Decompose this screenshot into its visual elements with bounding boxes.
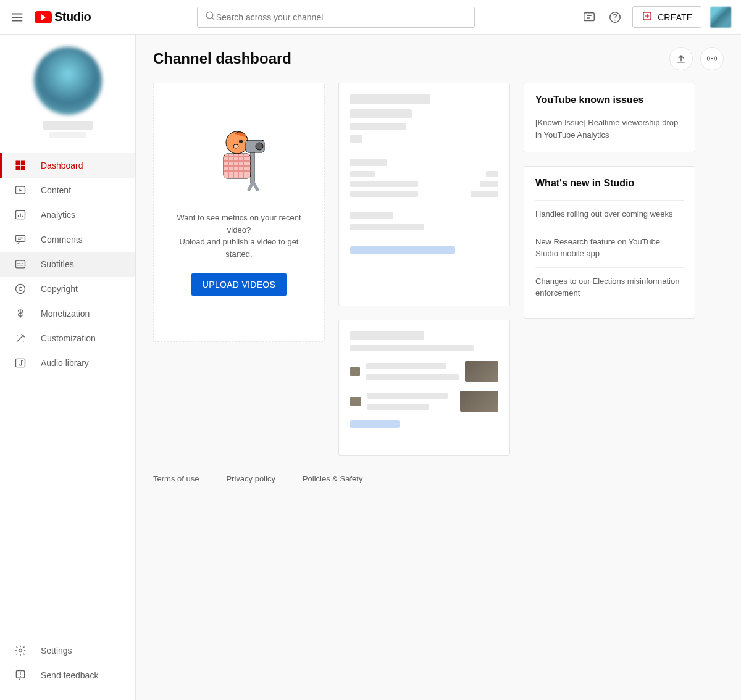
svg-point-13 — [16, 285, 25, 294]
sidebar-item-subtitles[interactable]: Subtitles — [0, 252, 135, 277]
footer-links: Terms of use Privacy policy Policies & S… — [153, 474, 724, 483]
sidebar-item-monetization[interactable]: Monetization — [0, 301, 135, 326]
svg-rect-12 — [16, 260, 25, 268]
app-body: Dashboard Content Analytics Comments — [0, 35, 741, 700]
svg-point-0 — [206, 12, 213, 19]
search-box[interactable] — [197, 7, 475, 28]
footer-privacy[interactable]: Privacy policy — [226, 474, 275, 483]
create-button[interactable]: CREATE — [632, 6, 701, 28]
column-1: Want to see metrics on your recent video… — [153, 83, 325, 342]
hamburger-menu-icon[interactable] — [10, 10, 25, 25]
svg-rect-1 — [584, 12, 595, 20]
footer-terms[interactable]: Terms of use — [153, 474, 199, 483]
upload-prompt-text: Want to see metrics on your recent video… — [165, 212, 313, 260]
create-label: CREATE — [658, 12, 692, 22]
channel-block[interactable] — [0, 35, 135, 153]
sidebar-item-label: Copyright — [41, 284, 78, 294]
svg-point-19 — [20, 676, 21, 677]
search-icon — [205, 10, 216, 24]
dashboard-icon — [14, 159, 27, 172]
svg-point-14 — [17, 335, 18, 336]
news-item[interactable]: Handles rolling out over coming weeks — [535, 200, 684, 228]
youtube-studio-logo[interactable]: Studio — [35, 10, 91, 24]
analytics-summary-card — [338, 83, 510, 306]
sidebar-item-feedback[interactable]: Send feedback — [0, 663, 135, 688]
sidebar-item-label: Send feedback — [41, 670, 98, 680]
svg-point-3 — [614, 19, 616, 20]
sidebar-item-dashboard[interactable]: Dashboard — [0, 153, 135, 178]
sidebar-item-comments[interactable]: Comments — [0, 227, 135, 252]
sidebar-item-label: Analytics — [41, 210, 75, 220]
sidebar-item-settings[interactable]: Settings — [0, 638, 135, 663]
subtitles-icon — [14, 257, 27, 271]
svg-rect-7 — [16, 166, 20, 170]
news-item[interactable]: Changes to our Elections misinformation … — [535, 267, 684, 307]
audio-library-icon — [14, 356, 27, 370]
page-actions — [669, 47, 724, 70]
upload-videos-button[interactable]: UPLOAD VIDEOS — [191, 273, 287, 296]
sidebar-item-label: Content — [41, 185, 71, 195]
svg-rect-11 — [16, 235, 25, 241]
logo-text: Studio — [54, 10, 91, 24]
news-item[interactable]: New Research feature on YouTube Studio m… — [535, 228, 684, 267]
svg-rect-5 — [16, 161, 20, 165]
youtube-play-icon — [35, 11, 52, 23]
go-live-button[interactable] — [700, 47, 724, 70]
nav-items: Dashboard Content Analytics Comments — [0, 153, 135, 638]
dashboard-columns: Want to see metrics on your recent video… — [153, 83, 724, 456]
sidebar-item-label: Subtitles — [41, 259, 74, 269]
sidebar-item-customization[interactable]: Customization — [0, 326, 135, 351]
app-header: Studio CREATE — [0, 0, 741, 35]
analytics-icon — [14, 208, 27, 222]
channel-name — [43, 121, 93, 130]
search-wrap — [91, 7, 580, 28]
svg-point-17 — [19, 649, 22, 652]
svg-rect-8 — [21, 166, 25, 170]
upload-shortcut-button[interactable] — [669, 47, 693, 70]
footer-policies[interactable]: Policies & Safety — [303, 474, 363, 483]
whats-new-title: What's new in Studio — [535, 178, 684, 189]
sidebar-item-label: Comments — [41, 235, 83, 244]
feedback-icon — [14, 669, 27, 682]
svg-point-15 — [23, 341, 24, 342]
svg-point-23 — [233, 144, 238, 148]
column-3: YouTube known issues [Known Issue] Realt… — [524, 83, 695, 319]
svg-rect-6 — [21, 161, 25, 165]
whats-new-card: What's new in Studio Handles rolling out… — [524, 166, 695, 319]
sidebar-item-label: Customization — [41, 333, 96, 343]
channel-avatar — [34, 47, 102, 115]
known-issue-link[interactable]: [Known Issue] Realtime viewership drop i… — [535, 117, 684, 141]
help-icon[interactable] — [606, 9, 624, 26]
header-right: CREATE — [580, 6, 731, 28]
create-icon — [642, 10, 653, 23]
content-icon — [14, 183, 27, 197]
sidebar-item-content[interactable]: Content — [0, 178, 135, 202]
sidebar-item-copyright[interactable]: Copyright — [0, 277, 135, 301]
page-title: Channel dashboard — [153, 50, 291, 67]
customization-icon — [14, 331, 27, 345]
recent-videos-card — [338, 320, 510, 456]
search-input[interactable] — [216, 12, 467, 22]
main-content: Channel dashboard — [136, 35, 741, 700]
page-header: Channel dashboard — [153, 47, 724, 70]
upload-illustration — [205, 129, 273, 198]
account-avatar[interactable] — [710, 7, 731, 28]
svg-point-20 — [711, 58, 713, 60]
sidebar: Dashboard Content Analytics Comments — [0, 35, 136, 700]
known-issues-card: YouTube known issues [Known Issue] Realt… — [524, 83, 695, 152]
sidebar-bottom: Settings Send feedback — [0, 638, 135, 700]
sidebar-item-analytics[interactable]: Analytics — [0, 202, 135, 227]
monetization-icon — [14, 307, 27, 320]
sidebar-item-label: Settings — [41, 646, 72, 656]
column-2 — [338, 83, 510, 456]
sidebar-item-label: Audio library — [41, 358, 89, 368]
svg-rect-27 — [251, 152, 254, 183]
chat-help-icon[interactable] — [580, 9, 598, 26]
known-issues-title: YouTube known issues — [535, 94, 684, 106]
svg-point-26 — [256, 143, 263, 150]
copyright-icon — [14, 282, 27, 296]
sidebar-item-label: Dashboard — [41, 160, 83, 170]
sidebar-item-audio-library[interactable]: Audio library — [0, 351, 135, 375]
svg-point-22 — [240, 140, 243, 143]
channel-subtitle — [49, 132, 86, 138]
